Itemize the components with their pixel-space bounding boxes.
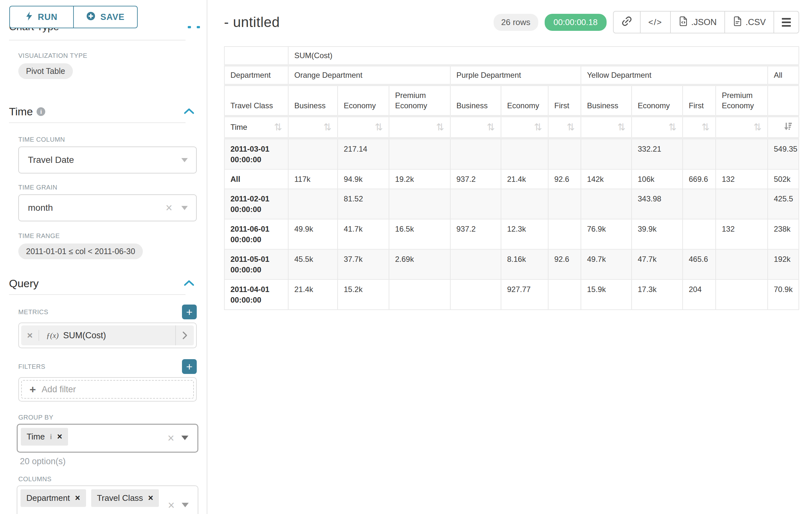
metrics-label: METRICS xyxy=(18,308,49,316)
export-json-button[interactable]: .JSON xyxy=(670,11,725,33)
columns-tag[interactable]: Department × xyxy=(21,489,86,507)
chevron-up-icon[interactable] xyxy=(183,108,195,116)
clear-icon[interactable]: × xyxy=(166,202,172,214)
export-json-label: .JSON xyxy=(691,17,717,27)
row-header-cell: All xyxy=(224,169,288,189)
value-cell xyxy=(548,219,581,249)
time-column-select[interactable]: Travel Date xyxy=(18,146,197,173)
sort-toggle-icon[interactable]: ⇅ xyxy=(375,123,383,132)
group-by-tag-label: Time xyxy=(27,432,45,442)
value-cell xyxy=(683,219,716,249)
remove-tag-icon[interactable]: × xyxy=(57,432,62,442)
value-cell: 204 xyxy=(683,279,716,310)
chevron-right-icon[interactable] xyxy=(175,325,194,345)
time-column-label: TIME COLUMN xyxy=(18,136,196,143)
value-cell: 49.9k xyxy=(288,219,338,249)
metric-pill[interactable]: × ƒ(x) SUM(Cost) xyxy=(21,325,194,345)
hamburger-menu-icon xyxy=(782,18,791,27)
clear-icon[interactable]: × xyxy=(168,499,175,511)
value-cell: 142k xyxy=(581,169,632,189)
chevron-up-icon[interactable] xyxy=(183,280,195,288)
table-row: 2011-04-01 00:00:0021.4k15.2k927.7715.9k… xyxy=(224,279,799,310)
columns-tag-label: Travel Class xyxy=(97,493,143,503)
remove-tag-icon[interactable]: × xyxy=(148,493,153,503)
embed-code-button[interactable]: </> xyxy=(640,11,670,33)
save-button-label: SAVE xyxy=(100,12,125,22)
time-section-title: Time xyxy=(9,105,33,118)
info-icon[interactable]: i xyxy=(37,107,45,116)
value-cell xyxy=(683,189,716,219)
export-csv-button[interactable]: .CSV xyxy=(724,11,774,33)
time-range-label: TIME RANGE xyxy=(18,232,196,240)
export-button-group: </> .JSON xyxy=(613,11,799,33)
group-by-label: GROUP BY xyxy=(18,414,196,421)
value-cell: 343.98 xyxy=(632,189,683,219)
clear-icon[interactable]: × xyxy=(168,432,174,444)
value-cell: 41.7k xyxy=(338,219,389,249)
share-link-button[interactable] xyxy=(614,11,640,33)
sort-toggle-icon[interactable]: ⇅ xyxy=(436,123,444,132)
sort-toggle-icon[interactable]: ⇅ xyxy=(669,123,676,132)
visualization-type-value[interactable]: Pivot Table xyxy=(18,63,73,79)
chart-area: - untitled 26 rows 00:00:00.18 </> xyxy=(207,0,812,514)
column-header-cell: Premium Economy xyxy=(389,85,450,116)
sort-toggle-icon[interactable]: ⇅ xyxy=(567,123,575,132)
value-cell: 549.35 xyxy=(768,138,799,170)
table-row: All117k94.9k19.2k937.221.4k92.6142k106k6… xyxy=(224,169,799,189)
corner-cell xyxy=(224,47,288,65)
value-cell: 927.77 xyxy=(501,279,548,310)
value-cell xyxy=(450,249,501,279)
columns-select[interactable]: Department × Travel Class × × xyxy=(17,485,198,514)
add-filter-button[interactable]: + Add filter xyxy=(21,380,194,399)
value-cell: 92.6 xyxy=(548,249,581,279)
column-header-cell: First xyxy=(683,85,716,116)
sort-toggle-icon[interactable]: ⇅ xyxy=(274,123,282,132)
run-button[interactable]: RUN xyxy=(9,6,74,28)
plus-circle-icon xyxy=(86,11,95,23)
column-header-cell: Economy xyxy=(632,85,683,116)
sort-toggle-icon[interactable]: ⇅ xyxy=(754,123,762,132)
time-grain-select[interactable]: month × xyxy=(18,194,197,221)
sort-toggle-icon[interactable]: ⇅ xyxy=(617,123,626,132)
metric-header-cell: SUM(Cost) xyxy=(288,47,799,65)
query-section-header: Query xyxy=(9,277,195,290)
time-range-value[interactable]: 2011-01-01 ≤ col < 2011-06-30 xyxy=(18,244,143,259)
link-icon xyxy=(621,16,632,29)
value-cell: 94.9k xyxy=(338,169,389,189)
remove-metric-icon[interactable]: × xyxy=(21,330,39,341)
value-cell xyxy=(716,138,768,170)
add-metric-button[interactable]: + xyxy=(182,304,197,319)
row-header-cell: 2011-04-01 00:00:00 xyxy=(224,279,288,310)
sort-toggle-icon[interactable]: ⇅ xyxy=(702,123,709,132)
sort-toggle-icon[interactable]: ⇅ xyxy=(534,123,542,132)
row-dim-label: Travel Class xyxy=(224,85,288,116)
value-cell xyxy=(450,279,501,310)
value-cell: 47.7k xyxy=(632,249,683,279)
group-by-select[interactable]: Time i × × xyxy=(17,424,198,453)
columns-label: COLUMNS xyxy=(18,476,196,483)
group-by-tag[interactable]: Time i × xyxy=(21,428,68,445)
value-cell: 937.2 xyxy=(450,169,501,189)
value-cell xyxy=(389,279,450,310)
column-header-cell: Economy xyxy=(338,85,389,116)
section-divider xyxy=(9,123,185,123)
sort-descending-active-icon[interactable] xyxy=(783,121,793,133)
time-section-header: Time i xyxy=(9,105,195,118)
column-group-cell: All xyxy=(768,65,799,85)
pivot-table-container: SUM(Cost) Department Orange Department P… xyxy=(224,46,799,310)
value-cell xyxy=(501,189,548,219)
remove-tag-icon[interactable]: × xyxy=(75,493,80,503)
value-cell xyxy=(716,279,768,310)
column-header-cell: Business xyxy=(450,85,501,116)
save-button[interactable]: SAVE xyxy=(74,6,138,28)
value-cell: 117k xyxy=(288,169,338,189)
menu-button[interactable] xyxy=(774,11,799,33)
sort-toggle-icon[interactable]: ⇅ xyxy=(487,123,495,132)
chart-title[interactable]: - untitled xyxy=(224,14,280,30)
info-icon[interactable]: i xyxy=(50,433,52,441)
value-cell: 238k xyxy=(768,219,799,249)
columns-tag[interactable]: Travel Class × xyxy=(91,489,159,507)
value-cell xyxy=(716,249,768,279)
sort-toggle-icon[interactable]: ⇅ xyxy=(323,123,331,132)
add-filter-plus-button[interactable]: + xyxy=(182,359,197,374)
